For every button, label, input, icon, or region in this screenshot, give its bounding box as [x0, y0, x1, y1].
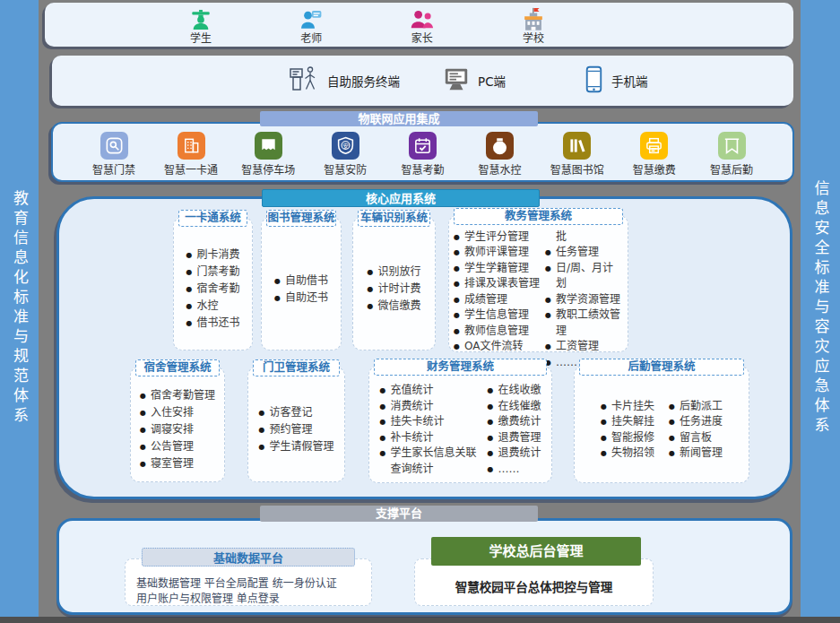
system-item: ●在线催缴: [487, 399, 541, 415]
student-icon: [188, 6, 213, 33]
system-item: ●自助借书: [274, 273, 328, 290]
bullet-icon: ●: [379, 399, 390, 415]
system-item: ●任务管理: [545, 245, 623, 261]
core-section: 一卡通系统●刷卡消费●门禁考勤●宿舍考勤●水控●借书还书图书管理系统●自助借书●…: [56, 196, 792, 499]
system-item: ●留言板: [669, 430, 723, 446]
system-item-column: ●刷卡消费●门禁考勤●宿舍考勤●水控●借书还书: [186, 247, 239, 332]
bullet-icon: ●: [186, 281, 196, 298]
system-item-label: 公告管理: [151, 438, 194, 455]
system-item-label: 教学资源管理: [556, 292, 620, 308]
iot-item-water: 智慧水控: [468, 132, 533, 177]
bullet-icon: ●: [258, 438, 269, 455]
iot-item-parking: 智慧停车场: [236, 132, 300, 177]
bullet-icon: ●: [186, 298, 196, 315]
bottom-bar: [0, 617, 840, 623]
left-standards-bar: 教育信息化标准与规范体系: [0, 0, 39, 617]
system-items-academic: ●学生评分管理●教师评课管理●学生学籍管理●排课及课表管理●成绩管理●学生信息管…: [449, 216, 628, 351]
system-item-label: 任务管理: [556, 245, 599, 261]
bullet-icon: ●: [140, 421, 151, 438]
system-item: ●充值统计: [379, 383, 485, 399]
system-item-column: ●访客登记●预约管理●学生请假管理: [258, 404, 333, 455]
bullet-icon: ●: [379, 414, 390, 430]
bullet-icon: ●: [186, 315, 196, 332]
terminal-label-phone: 手机端: [611, 72, 648, 90]
system-item-label: 智能报修: [611, 430, 654, 446]
system-item: ●任务进度: [669, 414, 723, 430]
system-item: ●微信缴费: [367, 298, 420, 315]
base-platform-line-2: 用户账户与权限管理 单点登录: [136, 592, 366, 607]
phone-icon: [585, 65, 603, 97]
system-item: ●教职工绩效管理: [545, 307, 623, 339]
bullet-icon: ●: [258, 404, 269, 421]
system-item: ●借书还书: [186, 315, 239, 332]
bullet-icon: ●: [454, 276, 464, 292]
system-item-label: 补卡统计: [390, 430, 433, 446]
system-item: ●宿舍考勤管理: [140, 387, 215, 404]
system-item: ●日/周、月计划: [545, 261, 623, 292]
iot-item-payment: 智慧缴费: [622, 132, 687, 177]
iot-label-attendance: 智慧考勤: [401, 161, 444, 177]
iot-row: 智慧门禁智慧一卡通智慧停车场安智慧安防智慧考勤智慧水控智慧图书馆智慧缴费智慧后勤: [82, 132, 764, 177]
system-title-library: 图书管理系统: [266, 210, 336, 227]
system-title-academic: 教务管理系统: [454, 208, 623, 225]
system-item-column: ●宿舍考勤管理●入住安排●调寝安排●公告管理●寝室管理: [140, 387, 215, 472]
bullet-icon: ●: [274, 273, 285, 290]
system-item: ●学生家长信息关联查询统计: [379, 446, 485, 477]
system-item: ●……: [487, 462, 541, 478]
system-item-label: 新闻管理: [680, 446, 723, 462]
parking-icon: [255, 132, 282, 160]
system-item-label: 卡片挂失: [611, 399, 654, 415]
bullet-icon: ●: [487, 430, 498, 446]
users-section: 学生老师家长学校: [45, 3, 793, 47]
bullet-icon: ●: [140, 404, 151, 421]
system-item-label: 学生学籍管理: [464, 261, 529, 277]
system-item: ●教师评课管理: [454, 245, 541, 261]
smart-campus-architecture-diagram: { "sidebars": { "left": "教育信息化标准与规范体系", …: [0, 0, 840, 623]
system-item-column: ●在线收缴●在线催缴●缴费统计●退费管理●退费统计●……: [487, 383, 541, 477]
system-item-label: 后勤派工: [680, 399, 723, 415]
system-item: ●门禁考勤: [186, 264, 239, 281]
support-banner: 支撑平台: [260, 506, 538, 522]
system-item-label: 充值统计: [390, 383, 433, 399]
iot-label-security: 智慧安防: [324, 161, 367, 177]
base-data-platform-title: 基础数据平台: [142, 548, 355, 567]
system-item-label: 留言板: [680, 430, 712, 446]
system-card-finance: 财务管理系统●充值统计●消费统计●挂失卡统计●补卡统计●学生家长信息关联查询统计…: [368, 366, 552, 483]
iot-item-attendance: 智慧考勤: [391, 132, 455, 177]
system-item: ●消费统计: [379, 399, 485, 415]
system-item: ●调寝安排: [140, 421, 215, 438]
user-label-school: 学校: [523, 33, 544, 45]
system-item: ●学生请假管理: [258, 438, 333, 455]
logistics-icon: [718, 132, 746, 160]
system-item-column: ●卡片挂失●挂失解挂●智能报修●失物招领: [601, 399, 654, 462]
payment-icon: [640, 132, 668, 160]
water-icon: [486, 132, 514, 160]
system-item-label: 学生评分管理: [464, 229, 529, 246]
system-item-label: 入住安排: [151, 404, 194, 421]
system-item-label: 教职工绩效管理: [556, 307, 623, 339]
bullet-icon: ●: [669, 414, 680, 430]
iot-item-library: 智慧图书馆: [545, 132, 610, 177]
terminal-item-phone: 手机端: [585, 65, 648, 97]
bullet-icon: ●: [545, 245, 556, 261]
bullet-icon: ●: [140, 438, 151, 455]
system-item: ●缴费统计: [487, 414, 541, 430]
system-item-label: 失物招领: [611, 446, 654, 462]
system-title-dorm: 宿舍管理系统: [135, 359, 220, 376]
right-standards-label: 信息安全标准与容灾应急体系: [813, 180, 828, 437]
library-icon: [563, 132, 591, 160]
terminal-item-kiosk: 自助服务终端: [287, 65, 400, 97]
system-item-label: 访客登记: [269, 404, 312, 421]
system-item-label: 自助借书: [285, 273, 328, 290]
system-item-label: 微信缴费: [377, 298, 420, 315]
system-item-label: 消费统计: [390, 399, 433, 415]
bullet-icon: ●: [140, 455, 151, 472]
system-item-label: 退费管理: [498, 430, 541, 446]
system-item-label: 在线收缴: [498, 383, 541, 399]
bullet-icon: ●: [669, 446, 680, 462]
system-item: ●新闻管理: [669, 446, 723, 462]
bullet-icon: ●: [601, 446, 611, 462]
system-item: ●挂失卡统计: [379, 414, 485, 430]
system-item-label: 学生请假管理: [269, 438, 333, 455]
system-item-label: 学生信息管理: [464, 307, 529, 324]
